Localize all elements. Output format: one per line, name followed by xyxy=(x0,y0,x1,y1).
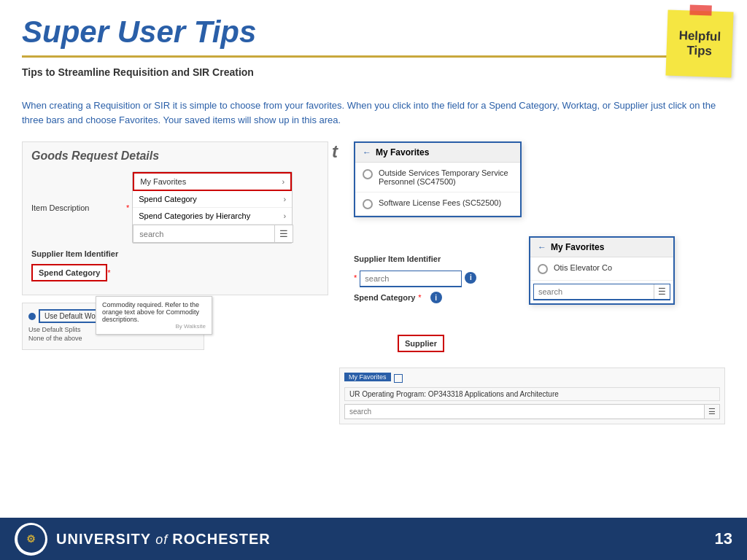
search-input-container[interactable]: ☰ xyxy=(133,225,293,243)
second-panel-item-1[interactable]: Otis Elevator Co xyxy=(530,257,673,281)
required-star-mid: * xyxy=(354,273,357,282)
bottom-right-screenshot: My Favorites UR Operating Program: OP343… xyxy=(339,368,725,424)
mid-search-field[interactable] xyxy=(360,271,462,287)
item-description-label: Item Description xyxy=(31,203,126,212)
page-title: Super User Tips xyxy=(22,15,725,50)
logo-inner: ⚙ xyxy=(18,525,45,553)
screenshots-area: Goods Request Details Item Description *… xyxy=(22,141,725,360)
sticky-tape xyxy=(689,5,711,16)
back-arrow-icon[interactable]: ← xyxy=(363,147,371,158)
workday-row-item: UR Operating Program: OP343318 Applicati… xyxy=(344,387,720,401)
search-input[interactable] xyxy=(133,226,274,242)
dropdown-arrow-2: › xyxy=(284,195,287,203)
second-panel-search-icon: ☰ xyxy=(654,284,670,299)
spend-category-label-box: Spend Category xyxy=(31,264,107,281)
left-screenshot: Goods Request Details Item Description *… xyxy=(22,141,328,350)
gold-divider xyxy=(22,55,725,58)
page-number: 13 xyxy=(715,529,732,548)
helpful-tips-text: Helpful Tips xyxy=(678,28,721,60)
spend-categories-hierarchy-option[interactable]: Spend Categories by Hierarchy › xyxy=(133,208,292,225)
spend-category-option[interactable]: Spend Category › xyxy=(133,191,292,208)
bottom-list-icon: ☰ xyxy=(704,405,719,419)
spend-cat-mid-row: Spend Category * i xyxy=(354,292,476,303)
goods-request-title: Goods Request Details xyxy=(31,149,319,163)
footer: ⚙ UNIVERSITY of ROCHESTER 13 xyxy=(0,518,747,560)
rochester-text: ROCHESTER xyxy=(172,531,271,547)
info-icon-mid: i xyxy=(465,272,476,284)
list-icon: ☰ xyxy=(274,225,293,242)
first-favorites-panel: ← My Favorites Outside Services Temporar… xyxy=(354,141,522,217)
helpful-tips-sticky: Helpful Tips xyxy=(665,9,733,77)
required-star: * xyxy=(126,203,129,212)
my-favorites-tag: My Favorites xyxy=(344,373,391,381)
bottom-search-row: ☰ xyxy=(344,404,720,419)
main-content: Helpful Tips Super User Tips Tips to Str… xyxy=(0,0,747,518)
none-of-above: None of the above xyxy=(28,335,198,342)
spend-cat-required: * xyxy=(107,268,110,277)
radio-unselected-2 xyxy=(363,199,373,209)
my-favorites-option[interactable]: My Favorites › xyxy=(133,172,292,191)
of-text: of xyxy=(155,532,172,547)
university-logo: ⚙ xyxy=(15,523,47,556)
dropdown-arrow-3: › xyxy=(284,211,287,220)
expand-icon[interactable] xyxy=(394,374,403,383)
supplier-item-label: Supplier Item Identifier xyxy=(31,249,126,258)
favorites-panel-header: ← My Favorites xyxy=(355,143,520,163)
back-arrow-icon-2[interactable]: ← xyxy=(538,242,546,252)
second-favorites-panel: ← My Favorites Otis Elevator Co ☰ xyxy=(529,236,675,305)
info-icon-spend-cat: i xyxy=(430,292,442,303)
second-panel-header: ← My Favorites xyxy=(530,238,673,257)
mid-search-container: * i xyxy=(354,268,476,287)
tooltip-box: Commodity required. Refer to the orange … xyxy=(96,296,212,335)
right-area: t ← My Favorites Outside Services Tempor… xyxy=(339,141,725,360)
supplier-identifier-mid: Supplier Item Identifier xyxy=(354,254,476,263)
favorites-item-1[interactable]: Outside Services Temporary Service Perso… xyxy=(355,163,520,192)
supplier-item-row: Supplier Item Identifier xyxy=(31,249,319,258)
second-panel-search-input[interactable] xyxy=(534,284,654,299)
walksite-text: By Walksite xyxy=(102,323,206,330)
second-panel-search[interactable]: ☰ xyxy=(533,284,670,300)
goods-request-box: Goods Request Details Item Description *… xyxy=(22,141,328,295)
supplier-label-box: Supplier xyxy=(398,335,444,352)
item-description-row: Item Description * My Favorites › Spend … xyxy=(31,171,319,244)
dropdown-arrow: › xyxy=(282,177,285,186)
radio-unselected-1 xyxy=(363,169,373,179)
supplier-label-wrapper: Supplier xyxy=(398,335,444,352)
second-panel-search-area: ☰ xyxy=(530,281,673,303)
tooltip-text: Commodity required. Refer to the orange … xyxy=(102,301,206,323)
bottom-left-screenshot: Use Default Worktage Use Default Splits … xyxy=(22,303,204,350)
spend-category-row: Spend Category * xyxy=(31,264,319,281)
university-name: UNIVERSITY of ROCHESTER xyxy=(56,531,271,548)
partial-letter: t xyxy=(332,141,338,162)
body-text: When creating a Requisition or SIR it is… xyxy=(22,98,725,127)
radio-selected xyxy=(28,313,36,320)
mid-labels-area: Supplier Item Identifier * i Spend Categ… xyxy=(354,254,476,306)
spend-cat-star-mid: * xyxy=(418,293,421,302)
mid-search-input[interactable] xyxy=(360,271,461,286)
page-subtitle: Tips to Streamline Requisition and SIR C… xyxy=(22,66,725,78)
bottom-right-header: My Favorites xyxy=(344,373,720,384)
bottom-search-input[interactable] xyxy=(345,405,704,418)
radio-unselected-3 xyxy=(538,264,548,274)
favorites-item-2[interactable]: Software License Fees (SC52500) xyxy=(355,192,520,216)
favorites-dropdown[interactable]: My Favorites › Spend Category › Spend Ca… xyxy=(132,171,293,244)
logo-symbol: ⚙ xyxy=(26,533,36,545)
